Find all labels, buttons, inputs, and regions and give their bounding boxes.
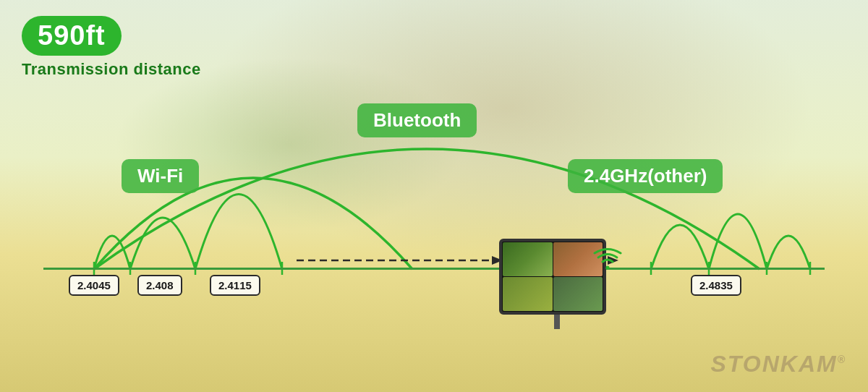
- svg-point-12: [606, 266, 610, 270]
- transmission-label: Transmission distance: [22, 60, 201, 79]
- wifi-label: Wi-Fi: [122, 159, 199, 193]
- freq-2411: 2.4115: [210, 275, 260, 296]
- distance-value: 590ft: [38, 20, 106, 51]
- monitor-stand: [554, 315, 560, 329]
- freq-2408: 2.408: [137, 275, 182, 296]
- screen-quad-1: [503, 242, 553, 276]
- freq-2483: 2.4835: [691, 275, 741, 296]
- monitor-screen: [499, 239, 606, 315]
- brand-watermark: STONKAM®: [710, 351, 846, 378]
- distance-badge: 590ft Transmission distance: [22, 16, 201, 79]
- screen-quad-4: [553, 277, 603, 311]
- ghz-other-label: 2.4GHz(other): [568, 159, 723, 193]
- freq-2045: 2.4045: [69, 275, 119, 296]
- frequency-baseline: [43, 268, 825, 270]
- bluetooth-label: Bluetooth: [357, 103, 477, 137]
- distance-oval: 590ft: [22, 16, 122, 56]
- wifi-signal-icon: [593, 246, 622, 278]
- screen-quad-3: [503, 277, 553, 311]
